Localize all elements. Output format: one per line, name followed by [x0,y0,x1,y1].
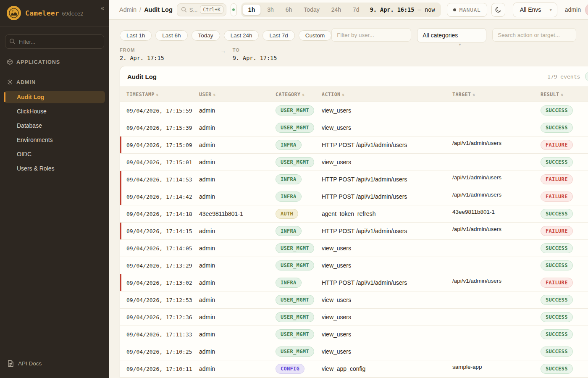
cell-target [452,240,541,243]
result-badge: SUCCESS [541,105,573,116]
table-row[interactable]: 09/04/2026, 17:13:29 admin USER_MGMT vie… [120,257,588,274]
cell-result: SUCCESS [541,123,588,133]
cell-user: admin [199,279,276,286]
cell-action: HTTP POST /api/v1/admin/users [322,176,452,183]
result-badge: FAILURE [541,174,573,184]
cell-action: HTTP POST /api/v1/admin/users [322,228,452,234]
from-block[interactable]: FROM 2. Apr. 17:15 [120,47,164,61]
table-row[interactable]: 09/04/2026, 17:14:05 admin USER_MGMT vie… [120,240,588,257]
range-end: now [425,6,435,13]
category-badge: INFRA [276,174,302,184]
table-row[interactable]: 09/04/2026, 17:11:33 admin USER_MGMT vie… [120,326,588,343]
time-range-option[interactable]: 6h [280,5,298,15]
cell-result: FAILURE [541,226,588,236]
chevron-down-icon: ▾ [550,8,552,12]
manual-refresh-button[interactable]: MANUAL [447,3,487,17]
package-icon [7,59,13,65]
time-range-segmented: 1h3h6hToday24h7d 9. Apr. 16:15 – now [241,3,441,17]
cell-target [452,309,541,312]
time-range-display[interactable]: 9. Apr. 16:15 – now [370,6,435,13]
table-row[interactable]: 09/04/2026, 17:15:59 admin USER_MGMT vie… [120,102,588,119]
table-row[interactable]: 09/04/2026, 17:12:36 admin USER_MGMT vie… [120,309,588,326]
sidebar-item[interactable]: Database [4,119,105,132]
result-badge: SUCCESS [541,209,573,219]
column-header[interactable]: CATEGORY⇅ [276,92,322,97]
table-row[interactable]: 09/04/2026, 17:15:39 admin USER_MGMT vie… [120,119,588,136]
table-row[interactable]: 09/04/2026, 17:14:53 admin INFRA HTTP PO… [120,171,588,188]
env-select[interactable]: All Envs ▾ [513,3,557,17]
global-search[interactable]: S... Ctrl+K [177,3,226,16]
column-header[interactable]: TIMESTAMP⇅ [126,92,199,97]
result-badge: SUCCESS [541,157,573,167]
to-block[interactable]: TO 9. Apr. 17:15 [233,47,277,61]
sort-icon: ⇅ [561,92,564,97]
avatar[interactable]: AD [585,3,588,17]
table-row[interactable]: 09/04/2026, 17:13:02 admin INFRA HTTP PO… [120,274,588,291]
category-selected-value: All categories [423,32,458,39]
sidebar-section-admin[interactable]: ADMIN [0,75,109,90]
admin-nav: Audit LogClickHouseDatabaseEnvironmentsO… [0,90,109,175]
time-range-option[interactable]: 3h [262,5,279,15]
api-docs-link[interactable]: API Docs [0,353,109,378]
cell-user: admin [199,348,276,355]
time-chip[interactable]: Last 6h [155,30,187,41]
cell-result: FAILURE [541,192,588,202]
moon-icon [495,6,502,13]
search-icon [181,7,187,13]
time-range-option[interactable]: 7d [347,5,365,15]
sidebar-filter-input[interactable] [5,34,104,49]
column-header[interactable]: TARGET⇅ [452,92,541,97]
sidebar-item[interactable]: OIDC [4,148,105,160]
table-row[interactable]: 09/04/2026, 17:14:15 admin INFRA HTTP PO… [120,223,588,240]
sidebar-item[interactable]: Audit Log [4,91,105,103]
action-target-search-input[interactable] [492,28,576,42]
table-row[interactable]: 09/04/2026, 17:15:09 admin INFRA HTTP PO… [120,136,588,154]
result-badge: SUCCESS [541,260,573,270]
cell-category: INFRA [276,174,322,184]
table-row[interactable]: 09/04/2026, 17:10:25 admin USER_MGMT vie… [120,343,588,360]
time-chip[interactable]: Today [192,30,220,41]
sidebar-section-applications[interactable]: APPLICATIONS [0,55,109,70]
time-chip[interactable]: Last 1h [120,30,152,41]
topbar: Admin / Audit Log S... Ctrl+K 1h3h6hToda… [109,0,588,20]
time-range-option[interactable]: 24h [326,5,346,15]
column-header[interactable]: RESULT⇅ [541,92,588,97]
table-row[interactable]: 09/04/2026, 17:14:18 43ee9811b801-1 AUTH… [120,205,588,223]
cell-user: admin [199,314,276,320]
column-header[interactable]: USER⇅ [199,92,276,97]
table-row[interactable]: 09/04/2026, 17:12:53 admin USER_MGMT vie… [120,291,588,309]
column-header[interactable]: ACTION⇅ [322,92,452,97]
auto-badge[interactable]: AUTO [585,72,588,81]
sort-icon: ⇅ [473,92,475,97]
sidebar-collapse-icon[interactable]: « [101,4,104,11]
sidebar-item[interactable]: ClickHouse [4,105,105,118]
live-indicator-toggle[interactable] [231,3,237,16]
result-badge: SUCCESS [541,364,573,374]
sidebar-item[interactable]: Environments [4,134,105,146]
cell-timestamp: 09/04/2026, 17:14:15 [126,228,199,234]
result-badge: FAILURE [541,226,573,236]
cell-result: SUCCESS [541,346,588,357]
time-range-option[interactable]: Today [298,5,325,15]
sidebar-item[interactable]: Users & Roles [4,162,105,175]
category-badge: USER_MGMT [276,105,314,116]
breadcrumb-parent[interactable]: Admin [119,6,136,13]
category-select[interactable]: All categories ▾ [417,28,486,42]
env-selected-value: All Envs [520,6,541,13]
cell-target [452,257,541,260]
table-row[interactable]: 09/04/2026, 17:10:11 admin CONFIG view_a… [120,360,588,378]
table-row[interactable]: 09/04/2026, 17:15:01 admin USER_MGMT vie… [120,154,588,171]
cell-result: SUCCESS [541,105,588,116]
cell-target [452,154,541,157]
category-badge: USER_MGMT [276,123,314,133]
from-label: FROM [120,47,164,52]
time-chip[interactable]: Last 7d [262,30,294,41]
result-badge: FAILURE [541,140,573,150]
user-filter-input[interactable] [331,28,411,42]
time-range-option[interactable]: 1h [242,4,261,15]
dark-mode-toggle[interactable] [491,3,505,17]
cell-user: admin [199,124,276,131]
time-chip[interactable]: Custom [299,30,332,41]
table-row[interactable]: 09/04/2026, 17:14:42 admin INFRA HTTP PO… [120,188,588,205]
time-chip[interactable]: Last 24h [224,30,259,41]
